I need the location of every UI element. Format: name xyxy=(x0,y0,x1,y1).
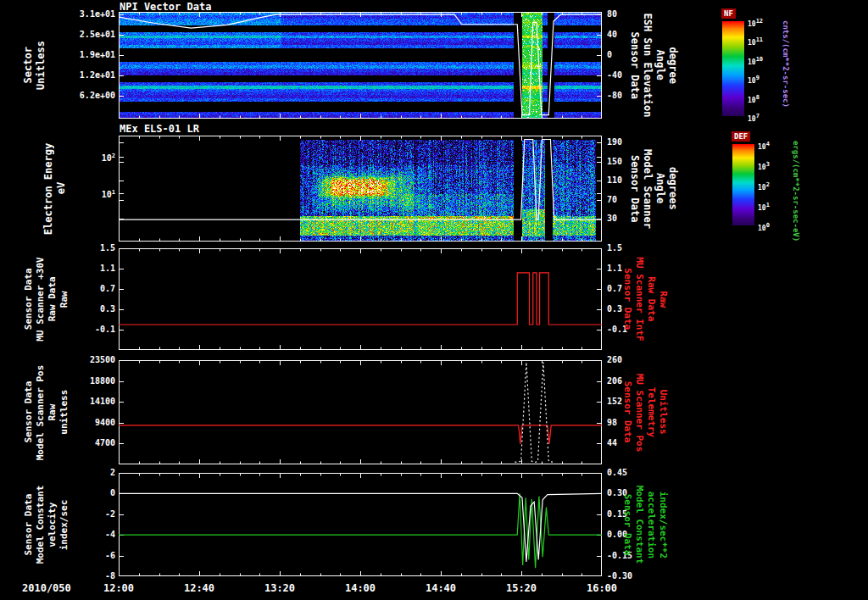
panel3-right-tick: 1.1 xyxy=(607,264,622,273)
panel3-right-axis-title: Sensor DataMU Scanner IntFRaw DataRaw xyxy=(622,257,669,341)
axis-title-line: Raw xyxy=(658,291,669,308)
colorbar-tick: 101 xyxy=(758,202,770,212)
axis-title-line: degree xyxy=(667,47,679,83)
axis-title-line: acceleration xyxy=(646,491,657,558)
panel4-right-tick: 98 xyxy=(607,418,617,427)
panel1-left-tick: 1.2e+01 xyxy=(58,70,115,80)
panel2-right-tick: 190 xyxy=(607,137,622,147)
axis-title-line: Model Constant xyxy=(35,486,46,564)
panel2-right-tick: 30 xyxy=(607,214,617,223)
axis-title-line: Sensor Data xyxy=(622,381,633,443)
model-constant-plot-canvas xyxy=(119,473,602,576)
colorbar-tick: 108 xyxy=(748,94,760,104)
axis-title-line: Sensor Data xyxy=(23,381,34,443)
axis-title-line: Sensor Data xyxy=(622,269,633,331)
panel1-right-tick: -40 xyxy=(607,70,622,80)
colorbar-tick: 100 xyxy=(758,222,770,232)
panel5-right-tick: -0.30 xyxy=(607,571,632,581)
axis-title-line: Model Constant xyxy=(634,486,645,564)
axis-title-line: eV xyxy=(55,182,67,194)
axis-title-line: Sector xyxy=(22,47,34,83)
axis-title-line: Raw Data xyxy=(47,277,58,322)
colorbar-tick: 102 xyxy=(758,181,770,192)
axis-title-line: velocity xyxy=(47,503,58,547)
model-scanner-pos-plot-canvas xyxy=(119,360,602,464)
nf-colorbar-label: NF xyxy=(721,8,736,19)
colorbar-tick: 103 xyxy=(758,161,770,171)
nf-colorbar-unit: cnts/(cm**2-sr-sec) xyxy=(782,20,790,108)
panel2-right-tick: 150 xyxy=(607,157,622,166)
panel5-left-tick: -8 xyxy=(58,571,115,581)
panel5-left-tick: 2 xyxy=(58,468,115,477)
axis-title-line: index/sec**2 xyxy=(658,491,669,558)
panel3-right-tick: 1.5 xyxy=(607,243,622,253)
axis-title-line: degrees xyxy=(667,167,679,210)
axis-title-line: Unitless xyxy=(35,41,47,90)
panel1-left-tick: 2.5e+01 xyxy=(58,30,115,39)
panel2-right-tick: 70 xyxy=(607,195,617,204)
colorbar-tick: 107 xyxy=(748,113,760,123)
axis-title-line: Sensor Data xyxy=(23,494,34,556)
els-spectrogram-canvas xyxy=(119,136,602,242)
axis-title-line: Telemetry xyxy=(646,387,657,438)
axis-title-line: Sensor Data xyxy=(629,31,641,98)
x-axis-tick-label: 14:00 xyxy=(345,582,376,594)
science-figure: NPI Vector Data MEx ELS-01 LR NF cnts/(c… xyxy=(0,0,868,600)
axis-title-line: MU Scanner IntF xyxy=(634,257,645,341)
axis-title-line: Sensor Data xyxy=(622,494,633,556)
panel1-right-tick: -80 xyxy=(607,91,622,100)
panel4-right-tick: 260 xyxy=(607,355,622,364)
axis-title-line: Sensor Data xyxy=(629,155,641,222)
panel1-right-tick: 0 xyxy=(607,50,612,59)
panel2-left-axis-title: Electron EnergyeV xyxy=(42,142,67,234)
panel3-left-tick: 1.5 xyxy=(58,243,115,253)
panel4-left-tick: 23500 xyxy=(58,355,115,364)
panel1-left-tick: 1.9e+01 xyxy=(58,50,115,59)
colorbar-tick: 104 xyxy=(758,141,770,151)
axis-title-line: Model Scanner xyxy=(642,149,654,229)
axis-title-line: ESH Sun Elevation xyxy=(642,14,654,118)
panel4-right-axis-title: Sensor DataMU Scanner PosTelemetryUnitle… xyxy=(622,373,669,452)
def-colorbar xyxy=(732,144,754,225)
panel1-right-tick: 80 xyxy=(607,9,617,19)
panel1-right-tick: 40 xyxy=(607,30,617,39)
panel4-left-axis-title: Sensor DataModel Scanner PosRawunitless xyxy=(23,364,70,460)
colorbar-tick: 109 xyxy=(748,75,760,85)
date-label: 2010/050 xyxy=(22,582,71,594)
axis-title-line: Model Scanner Pos xyxy=(35,364,46,460)
axis-title-line: MU Scanner +30V xyxy=(35,257,46,341)
panel3-right-tick: 0.3 xyxy=(607,304,622,314)
npi-spectrogram-canvas xyxy=(119,12,602,119)
axis-title-line: Angle xyxy=(654,50,666,81)
x-axis-tick-label: 16:00 xyxy=(587,582,617,594)
axis-title-line: index/sec xyxy=(58,499,70,550)
axis-title-line: Electron Energy xyxy=(42,142,54,234)
panel1-right-axis-title: Sensor DataESH Sun ElevationAngledegree xyxy=(629,14,679,118)
x-axis-tick-label: 12:00 xyxy=(103,582,134,594)
panel1-left-tick: 3.1e+01 xyxy=(58,9,115,19)
axis-title-line: Angle xyxy=(654,173,666,203)
def-colorbar-label: DEF xyxy=(732,131,750,142)
x-axis-tick-label: 13:20 xyxy=(264,582,295,594)
x-axis-tick-label: 14:40 xyxy=(426,582,456,594)
colorbar-tick: 1010 xyxy=(748,56,763,66)
colorbar-tick: 1011 xyxy=(748,36,763,47)
axis-title-line: Raw Data xyxy=(646,277,657,322)
panel4-right-tick: 44 xyxy=(607,438,617,447)
mu-scanner-30v-plot-canvas xyxy=(119,248,602,350)
panel4-right-tick: 152 xyxy=(607,397,622,406)
panel1-title: NPI Vector Data xyxy=(120,1,211,13)
axis-title-line: Raw xyxy=(47,404,58,421)
panel5-left-axis-title: Sensor DataModel Constantvelocityindex/s… xyxy=(23,486,70,564)
panel1-left-axis-title: SectorUnitless xyxy=(22,41,47,90)
axis-title-line: Sensor Data xyxy=(23,269,34,331)
axis-title-line: unitless xyxy=(58,390,70,435)
panel4-right-tick: 206 xyxy=(607,376,622,386)
colorbar-tick: 1012 xyxy=(748,18,763,28)
x-axis-tick-label: 15:20 xyxy=(506,582,537,594)
def-colorbar-unit: ergs/(cm**2-sr-sec-eV) xyxy=(792,141,800,242)
axis-title-line: MU Scanner Pos xyxy=(634,373,645,452)
panel3-left-axis-title: Sensor DataMU Scanner +30VRaw DataRaw xyxy=(23,257,70,341)
panel2-right-axis-title: Sensor DataModel ScannerAngledegrees xyxy=(629,149,679,229)
panel2-title: MEx ELS-01 LR xyxy=(120,123,199,135)
